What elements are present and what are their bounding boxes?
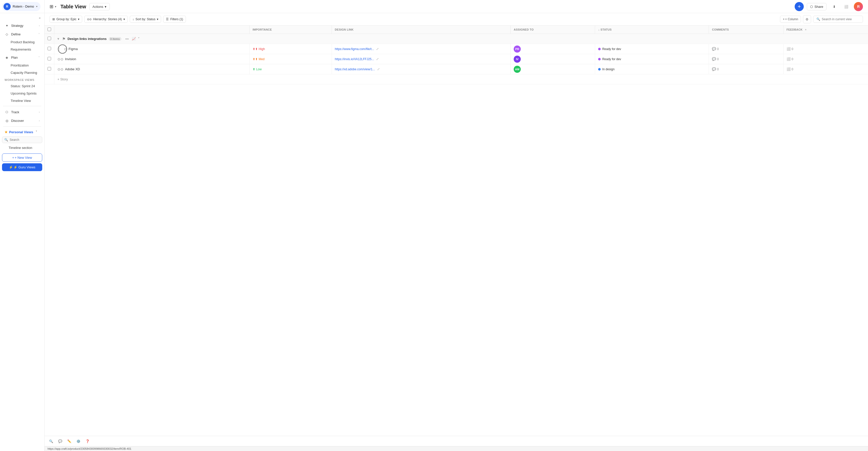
user-avatar[interactable]: R (854, 2, 863, 11)
col-header-importance[interactable]: IMPORTANCE (249, 26, 332, 34)
sort-icon: ↓ (132, 18, 134, 21)
workspace-switcher[interactable]: R Rotem - Demo ▾ (2, 2, 40, 11)
guru-views-button[interactable]: ⚡ ⚡ Guru Views (2, 163, 42, 171)
upcoming-sprints-label: Upcoming Sprints (11, 92, 37, 95)
status-dot-0 (598, 48, 601, 50)
sidebar-search-input[interactable] (10, 138, 40, 141)
row-menu-icon[interactable]: ⋮ (57, 47, 61, 51)
expand-link-icon-1[interactable]: ⤢ (376, 57, 379, 61)
personal-views-chevron-icon: ˅ (36, 130, 37, 134)
fullscreen-button[interactable]: ⬜ (842, 2, 851, 11)
sidebar-item-timeline-view[interactable]: Timeline View (2, 97, 43, 104)
sidebar-item-track[interactable]: ⚇ Track › (2, 108, 43, 116)
comment-count-0: 0 (717, 47, 719, 51)
status-url: https://app.craft.io/product/23058430099… (48, 447, 131, 450)
col-header-comments[interactable]: COMMENTS (709, 26, 783, 34)
row-link-cell-1: https://invis.io/VA12LFFJ25... ⤢ (332, 54, 510, 64)
row-assigned-cell-0: PR (510, 44, 595, 54)
expand-link-icon-2[interactable]: ⤢ (377, 67, 380, 71)
search-in-view-icon: 🔍 (816, 18, 820, 21)
comment-count-2: 0 (717, 67, 719, 71)
sidebar-item-prioritization[interactable]: Prioritization (2, 62, 43, 69)
row-comments-cell-2: 💬 0 (709, 64, 783, 74)
toolbar: ⊞ Group by: Epic ▾ ⊙⊙ Hierarchy: Stories… (44, 13, 868, 26)
bottom-help-button[interactable]: ❓ (84, 438, 91, 445)
fullscreen-icon: ⬜ (844, 5, 848, 9)
col-header-assigned-to[interactable]: ASSIGNED TO (510, 26, 595, 34)
workspace-name: Rotem - Demo (13, 5, 34, 8)
add-button[interactable]: + (795, 2, 804, 11)
row-feedback-cell-0: ⬜ 0 (783, 44, 868, 54)
star-icon: ★ (5, 130, 8, 134)
sidebar-item-status-sprint[interactable]: Status: Sprint 24 (2, 83, 43, 90)
design-link-1[interactable]: https://invis.io/VA12LFFJ25... (335, 57, 374, 61)
personal-views-section[interactable]: ★ Personal Views ˅ (2, 128, 43, 136)
sidebar-item-strategy[interactable]: ✦ Strategy › (2, 22, 43, 30)
settings-button[interactable]: ⚙ (803, 15, 811, 23)
new-view-button[interactable]: + + New View (2, 154, 42, 162)
sidebar-item-timeline-section[interactable]: Timeline section (2, 144, 43, 151)
hierarchy-chevron-icon: ▾ (123, 18, 125, 21)
sidebar-item-product-backlog[interactable]: Product Backlog (2, 39, 43, 45)
add-story-cell[interactable]: + Story (54, 74, 868, 85)
select-all-checkbox[interactable] (48, 28, 51, 31)
bottom-search-button[interactable]: 🔍 (48, 438, 55, 445)
design-link-2[interactable]: https://xd.adobe.com/view/1... (335, 67, 375, 71)
row-name-invision[interactable]: Invision (65, 57, 76, 61)
comment-icon-2: 💬 (712, 67, 716, 71)
row-checkbox[interactable] (48, 47, 51, 50)
row-name-adobexd[interactable]: Adobe XD (65, 67, 80, 71)
search-in-view[interactable]: 🔍 (813, 16, 863, 23)
col-header-status[interactable]: ↓ STATUS (595, 26, 709, 34)
col-header-feedback[interactable]: FEEDBACK + (783, 26, 868, 34)
sidebar: « ✦ Strategy › ◇ Define ˅ Product Backlo… (0, 13, 44, 451)
row-icon-invision: ⊙⊙ (57, 57, 63, 61)
row-checkbox[interactable] (48, 57, 51, 60)
collapse-sidebar-button[interactable]: « (37, 15, 43, 21)
search-in-view-input[interactable] (822, 18, 860, 21)
assigned-avatar-0: PR (514, 45, 521, 53)
sort-by-button[interactable]: ↓ Sort by: Status ▾ (130, 16, 161, 23)
hierarchy-button[interactable]: ⊙⊙ Hierarchy: Stories (4) ▾ (84, 16, 127, 23)
group-by-button[interactable]: ⊞ Group by: Epic ▾ (50, 16, 82, 23)
group-by-chevron-icon: ▾ (78, 18, 80, 21)
add-column-button[interactable]: + + Column (780, 16, 801, 23)
status-label-1: Ready for dev (602, 57, 621, 61)
comment-count-1: 0 (717, 57, 719, 61)
filters-button[interactable]: ☰ Filters (1) (163, 16, 186, 23)
importance-high: ⬆⬆ High (253, 47, 329, 51)
add-story-row[interactable]: + Story (44, 74, 868, 85)
row-checkbox[interactable] (48, 67, 51, 70)
bottom-chat-button[interactable]: 💬 (57, 438, 64, 445)
group-collapse-icon[interactable]: ˅ (138, 37, 140, 41)
strategy-icon: ✦ (5, 23, 9, 28)
row-name-figma[interactable]: Figma (68, 47, 78, 51)
sidebar-item-capacity-planning[interactable]: Capacity Planning (2, 69, 43, 76)
feedback-icon-0: ⬜ (786, 47, 790, 51)
col-header-design-link[interactable]: DESIGN LINK (332, 26, 510, 34)
group-chart-icon[interactable]: 📈 (132, 37, 136, 41)
sidebar-search[interactable]: 🔍 (2, 136, 42, 143)
sidebar-item-define[interactable]: ◇ Define ˅ (2, 30, 43, 38)
view-switcher[interactable]: ⊞ ▾ (50, 4, 56, 9)
row-icon-adobexd: ⊙⊙ (57, 67, 63, 71)
design-link-0[interactable]: https://www.figma.com/file/t... (335, 47, 374, 51)
bottom-settings-button[interactable]: ⚙️ (75, 438, 82, 445)
add-feedback-col-icon[interactable]: + (805, 28, 807, 31)
share-button[interactable]: ⬡ Share (807, 3, 827, 10)
sidebar-strategy-label: Strategy (11, 24, 37, 28)
sidebar-item-upcoming-sprints[interactable]: Upcoming Sprints (2, 90, 43, 97)
discover-chevron-icon: › (39, 119, 40, 122)
actions-button[interactable]: Actions ▾ (89, 3, 110, 10)
group-checkbox[interactable] (48, 37, 51, 40)
expand-link-icon-0[interactable]: ⤢ (376, 47, 379, 51)
group-more-icon[interactable]: ••• (125, 37, 129, 41)
bottom-settings-icon: ⚙️ (76, 439, 81, 443)
sidebar-item-discover[interactable]: ◎ Discover › (2, 117, 43, 125)
download-button[interactable]: ⬇ (830, 2, 839, 11)
sidebar-item-plan[interactable]: ◈ Plan ˅ (2, 53, 43, 61)
bottom-edit-button[interactable]: ✏️ (66, 438, 73, 445)
sidebar-item-requirements[interactable]: Requirements (2, 46, 43, 53)
status-dot-1 (598, 58, 601, 60)
group-expand-icon[interactable]: ▾ (57, 37, 59, 41)
